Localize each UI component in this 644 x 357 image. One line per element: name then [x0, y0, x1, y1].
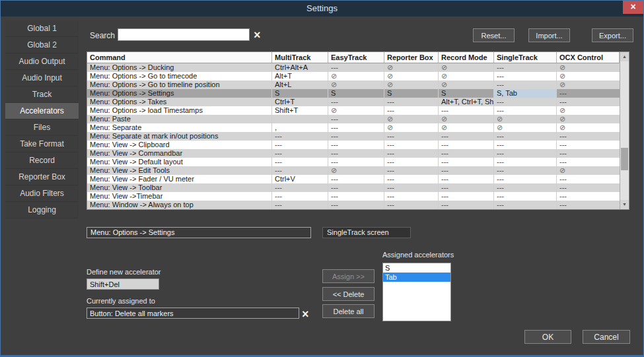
accelerator-cell[interactable]: ---	[384, 192, 439, 201]
accelerator-cell[interactable]: ---	[272, 192, 328, 201]
accelerator-cell[interactable]	[272, 115, 328, 123]
table-row[interactable]: Menu: View -> Edit Tools---⊘---------⊘	[87, 166, 620, 175]
command-cell[interactable]: Menu: Window -> Always on top	[87, 201, 272, 209]
accelerator-cell[interactable]: ---	[494, 72, 557, 81]
accelerator-cell[interactable]: ---	[557, 98, 620, 106]
reset-button[interactable]: Reset...	[473, 28, 515, 42]
accelerator-cell[interactable]: ---	[328, 149, 384, 158]
table-row[interactable]: Menu: Options -> load TimestampsShift+T⊘…	[87, 106, 620, 115]
close-button[interactable]: ×	[623, 1, 643, 14]
table-row[interactable]: Menu: View -> Commandbar----------------…	[87, 149, 620, 158]
column-header-singletrack[interactable]: SingleTrack	[494, 52, 557, 63]
accelerator-cell[interactable]: ⊘	[328, 106, 384, 115]
accelerator-cell[interactable]: ---	[557, 175, 620, 183]
command-cell[interactable]: Menu: View ->Timebar	[87, 192, 272, 201]
sidebar-item-track[interactable]: Track	[5, 86, 79, 103]
accelerator-cell[interactable]: ---	[272, 149, 328, 158]
accelerator-cell[interactable]: ⊘	[384, 81, 439, 89]
export-button[interactable]: Export...	[592, 28, 633, 42]
accelerator-cell[interactable]: ⊘	[439, 115, 494, 123]
accelerator-cell[interactable]: ---	[494, 149, 557, 158]
command-cell[interactable]: Menu: View -> Edit Tools	[87, 166, 272, 175]
accelerator-cell[interactable]: ---	[494, 81, 557, 89]
column-header-ocx-control[interactable]: OCX Control	[557, 52, 620, 63]
accelerator-cell[interactable]: ---	[384, 166, 439, 175]
accelerator-cell[interactable]: ---	[328, 183, 384, 192]
command-cell[interactable]: Menu: Options -> Ducking	[87, 63, 272, 72]
column-header-record-mode[interactable]: Record Mode	[439, 52, 494, 63]
sidebar-item-audio-output[interactable]: Audio Output	[5, 53, 79, 70]
accelerator-cell[interactable]: ⊘	[557, 123, 620, 132]
table-row[interactable]: Menu: View -> Default layout------------…	[87, 158, 620, 166]
accelerator-cell[interactable]: ---	[494, 63, 557, 72]
assigned-accelerator-item[interactable]: S	[383, 263, 450, 273]
accelerator-cell[interactable]: ⊘	[557, 115, 620, 123]
sidebar-item-logging[interactable]: Logging	[5, 202, 79, 218]
accelerator-cell[interactable]: ⊘	[439, 72, 494, 81]
accelerator-cell[interactable]: ---	[557, 132, 620, 141]
accelerator-cell[interactable]: Ctrl+Alt+A	[272, 63, 328, 72]
accelerator-cell[interactable]: S	[384, 89, 439, 98]
accelerator-cell[interactable]: ⊘	[328, 81, 384, 89]
accelerator-cell[interactable]: ---	[328, 141, 384, 149]
accelerator-cell[interactable]: ---	[494, 166, 557, 175]
accelerator-cell[interactable]: ---	[328, 98, 384, 106]
accelerator-cell[interactable]: ---	[328, 63, 384, 72]
accelerator-cell[interactable]: ---	[557, 201, 620, 209]
scroll-down-icon[interactable]: ▼	[620, 200, 629, 209]
scroll-up-icon[interactable]: ▲	[620, 52, 629, 61]
table-row[interactable]: Menu: Paste---⊘⊘⊘⊘	[87, 115, 620, 123]
table-row[interactable]: Menu: Options -> TakesCtrl+T------Alt+T,…	[87, 98, 620, 106]
accelerator-cell[interactable]: ---	[439, 192, 494, 201]
accelerator-cell[interactable]: ---	[557, 158, 620, 166]
sidebar-item-audio-filters[interactable]: Audio Filters	[5, 185, 79, 202]
sidebar-item-audio-input[interactable]: Audio Input	[5, 70, 79, 86]
currently-assigned-clear-icon[interactable]: ×	[302, 308, 309, 320]
cancel-button[interactable]: Cancel	[583, 330, 630, 344]
accelerator-cell[interactable]: Shift+T	[272, 106, 328, 115]
table-row[interactable]: Menu: Options -> DuckingCtrl+Alt+A---⊘⊘-…	[87, 63, 620, 72]
accelerator-cell[interactable]: ⊘	[494, 123, 557, 132]
accelerator-cell[interactable]: ---	[557, 192, 620, 201]
accelerator-cell[interactable]: ---	[439, 175, 494, 183]
accelerator-cell[interactable]: S	[439, 89, 494, 98]
accelerator-cell[interactable]: ---	[557, 141, 620, 149]
accelerator-cell[interactable]: ---	[439, 106, 494, 115]
accelerator-cell[interactable]: ---	[328, 192, 384, 201]
column-header-command[interactable]: Command	[87, 52, 272, 63]
accelerator-cell[interactable]: ---	[328, 175, 384, 183]
assign-button[interactable]: Assign >>	[322, 269, 375, 283]
accelerator-cell[interactable]: ---	[557, 89, 620, 98]
accelerator-cell[interactable]: ⊘	[328, 166, 384, 175]
accelerator-cell[interactable]: ---	[328, 132, 384, 141]
command-cell[interactable]: Menu: Options -> Go to timecode	[87, 72, 272, 81]
accelerator-cell[interactable]: ⊘	[439, 81, 494, 89]
accelerator-cell[interactable]: ---	[272, 166, 328, 175]
sidebar-item-global-1[interactable]: Global 1	[5, 20, 79, 37]
table-row[interactable]: Menu: View -> Clipboard-----------------…	[87, 141, 620, 149]
accelerator-cell[interactable]: Alt+T, Ctrl+T, Shi	[439, 98, 494, 106]
accelerator-cell[interactable]: ⊘	[557, 72, 620, 81]
table-row[interactable]: Menu: Window -> Always on top-----------…	[87, 201, 620, 209]
accelerator-cell[interactable]: ---	[384, 132, 439, 141]
command-cell[interactable]: Menu: Separate at mark in/out positions	[87, 132, 272, 141]
accelerator-cell[interactable]: ---	[557, 183, 620, 192]
accelerator-cell[interactable]: ---	[439, 166, 494, 175]
accelerator-cell[interactable]: ⊘	[384, 63, 439, 72]
accelerator-cell[interactable]: ---	[272, 141, 328, 149]
accelerator-cell[interactable]: ---	[384, 201, 439, 209]
table-row[interactable]: Menu: View -> Toolbar------------------	[87, 183, 620, 192]
accelerator-cell[interactable]: ---	[272, 132, 328, 141]
accelerator-cell[interactable]: ---	[439, 158, 494, 166]
accelerator-cell[interactable]: ---	[384, 98, 439, 106]
accelerator-cell[interactable]: ⊘	[557, 166, 620, 175]
accelerator-cell[interactable]: ---	[439, 132, 494, 141]
scrollbar-thumb[interactable]	[621, 148, 628, 170]
accelerator-cell[interactable]: ---	[494, 106, 557, 115]
column-header-reporter-box[interactable]: Reporter Box	[384, 52, 439, 63]
accelerator-cell[interactable]: ⊘	[557, 106, 620, 115]
accelerator-cell[interactable]: ---	[494, 192, 557, 201]
accelerator-cell[interactable]: ---	[384, 183, 439, 192]
accelerator-cell[interactable]: ---	[328, 115, 384, 123]
command-cell[interactable]: Menu: View -> Clipboard	[87, 141, 272, 149]
